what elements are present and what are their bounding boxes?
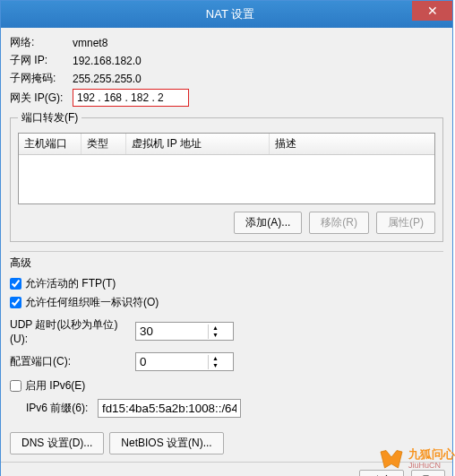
watermark-cn: 九狐问心 — [408, 449, 455, 460]
network-label: 网络: — [10, 35, 73, 50]
ok-button[interactable]: 确定 — [359, 470, 404, 476]
mask-label: 子网掩码: — [10, 71, 73, 86]
org-label: 允许任何组织唯一标识符(O) — [25, 295, 159, 310]
subnet-label: 子网 IP: — [10, 53, 73, 68]
spin-up-icon[interactable]: ▲ — [209, 355, 222, 362]
mask-value: 255.255.255.0 — [73, 73, 142, 85]
subnet-value: 192.168.182.0 — [73, 55, 142, 67]
col-desc[interactable]: 描述 — [270, 134, 434, 154]
titlebar[interactable]: NAT 设置 ✕ — [1, 1, 452, 28]
window-title: NAT 设置 — [8, 6, 452, 22]
org-checkbox[interactable] — [10, 297, 21, 308]
advanced-header: 高级 — [10, 251, 443, 271]
ipv6-prefix-input[interactable] — [98, 399, 241, 418]
properties-button: 属性(P) — [376, 212, 435, 234]
netbios-settings-button[interactable]: NetBIOS 设置(N)... — [109, 432, 223, 454]
udp-timeout-label: UDP 超时(以秒为单位)(U): — [10, 317, 135, 345]
udp-timeout-field[interactable] — [136, 323, 208, 340]
col-vm-ip[interactable]: 虚拟机 IP 地址 — [126, 134, 270, 154]
fox-icon — [378, 449, 405, 471]
close-icon: ✕ — [427, 4, 438, 18]
config-port-label: 配置端口(C): — [10, 354, 135, 369]
ftp-checkbox[interactable] — [10, 278, 21, 290]
port-forward-table[interactable]: 主机端口 类型 虚拟机 IP 地址 描述 — [18, 133, 435, 204]
remove-button: 移除(R) — [309, 212, 369, 234]
port-forward-group: 端口转发(F) 主机端口 类型 虚拟机 IP 地址 描述 添加(A)... 移除… — [10, 110, 443, 242]
spin-up-icon[interactable]: ▲ — [209, 325, 222, 332]
port-forward-legend: 端口转发(F) — [18, 110, 82, 125]
spin-down-icon[interactable]: ▼ — [209, 362, 222, 369]
ipv6-prefix-label: IPv6 前缀(6): — [26, 401, 98, 416]
config-port-field[interactable] — [136, 353, 208, 370]
close-button[interactable]: ✕ — [412, 1, 452, 21]
watermark-en: JiuHuCN — [408, 460, 455, 471]
ipv6-label: 启用 IPv6(E) — [25, 378, 85, 394]
config-port-input[interactable]: ▲▼ — [135, 352, 234, 371]
col-type[interactable]: 类型 — [82, 134, 126, 154]
add-button[interactable]: 添加(A)... — [234, 212, 302, 234]
watermark: 九狐问心JiuHuCN — [378, 449, 455, 471]
col-host-port[interactable]: 主机端口 — [19, 134, 82, 154]
ftp-label: 允许活动的 FTP(T) — [25, 276, 116, 291]
gateway-label: 网关 IP(G): — [10, 91, 73, 106]
udp-timeout-input[interactable]: ▲▼ — [135, 322, 234, 341]
ipv6-checkbox[interactable] — [10, 380, 21, 392]
cancel-button[interactable]: 取 — [411, 470, 445, 476]
gateway-input[interactable]: 192 . 168 . 182 . 2 — [73, 89, 189, 107]
dns-settings-button[interactable]: DNS 设置(D)... — [10, 432, 104, 454]
spin-down-icon[interactable]: ▼ — [209, 332, 222, 339]
network-value: vmnet8 — [73, 37, 107, 49]
